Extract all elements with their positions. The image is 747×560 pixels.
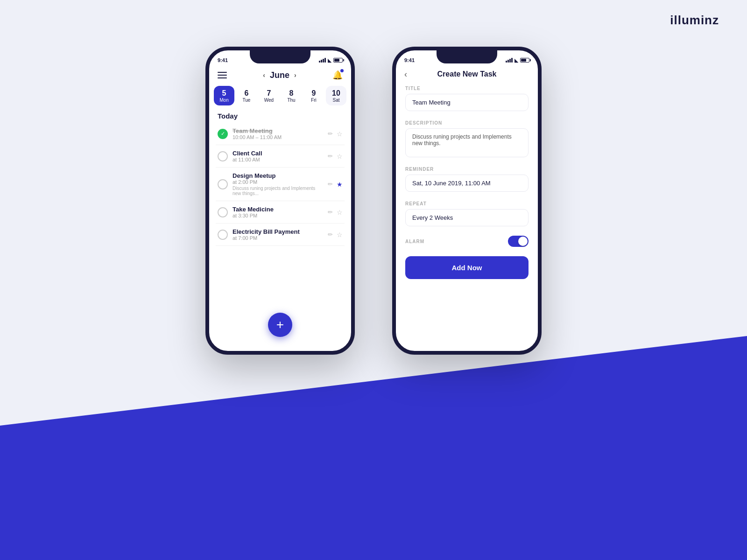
battery-icon-2 <box>520 58 529 63</box>
bell-dot <box>340 69 344 72</box>
task-title-3: Design Meetup <box>233 172 323 179</box>
brand-logo: illuminz <box>670 13 719 28</box>
task-time-3: at 2:00 PM <box>233 179 323 185</box>
edit-icon-4[interactable]: ✏ <box>328 209 333 216</box>
reminder-input[interactable]: Sat, 10 June 2019, 11:00 AM <box>405 175 529 192</box>
day-label-6: Tue <box>243 98 251 103</box>
edit-icon-3[interactable]: ✏ <box>328 181 333 188</box>
task-check-1[interactable]: ✓ <box>218 129 228 139</box>
day-num-8: 8 <box>289 89 294 98</box>
repeat-input[interactable]: Every 2 Weeks <box>405 209 529 226</box>
task-actions-4: ✏ ☆ <box>328 209 343 216</box>
task-actions-3: ✏ ★ <box>328 181 343 188</box>
alarm-row: ALARM <box>396 232 538 252</box>
signal-icon-2 <box>506 58 513 63</box>
prev-month-btn[interactable]: ‹ <box>263 71 265 79</box>
back-button[interactable]: ‹ <box>404 70 407 79</box>
task-desc-3: Discuss runing projects and Implements n… <box>233 186 323 196</box>
star-icon-3[interactable]: ★ <box>337 181 343 188</box>
day-num-9: 9 <box>312 89 316 98</box>
task-info-5: Electricity Bill Payment at 7:00 PM <box>233 228 323 241</box>
time-2: 9:41 <box>404 57 415 63</box>
edit-icon-5[interactable]: ✏ <box>328 231 333 238</box>
day-10[interactable]: 10 Sat <box>326 86 346 105</box>
next-month-btn[interactable]: › <box>294 71 296 79</box>
day-7[interactable]: 7 Wed <box>259 86 279 105</box>
task-actions-1: ✏ ☆ <box>328 130 343 138</box>
task-list: ✓ Team Meeting 10:00 AM – 11:00 AM ✏ ☆ C… <box>209 123 351 246</box>
task-info-4: Take Medicine at 3:30 PM <box>233 206 323 218</box>
desc-label: DESCRIPTION <box>405 120 529 126</box>
calendar-days: 5 Mon 6 Tue 7 Wed 8 Thu 9 Fri <box>209 84 351 107</box>
task-item-client-call[interactable]: Client Call at 11:00 AM ✏ ☆ <box>216 145 345 168</box>
signal-icon-1 <box>319 58 326 63</box>
alarm-toggle[interactable] <box>508 236 529 247</box>
star-icon-5[interactable]: ☆ <box>337 231 343 238</box>
task-check-4[interactable] <box>218 207 228 217</box>
task-title-1: Team Meeting <box>233 127 323 134</box>
task-title-5: Electricity Bill Payment <box>233 228 323 235</box>
task-item-team-meeting[interactable]: ✓ Team Meeting 10:00 AM – 11:00 AM ✏ ☆ <box>216 123 345 145</box>
month-nav: ‹ June › <box>263 70 296 80</box>
status-icons-1: ◣ <box>319 58 343 63</box>
task-info-1: Team Meeting 10:00 AM – 11:00 AM <box>233 127 323 140</box>
reminder-label: REMINDER <box>405 167 529 172</box>
task-time-4: at 3:30 PM <box>233 213 323 218</box>
task-check-3[interactable] <box>218 179 228 189</box>
edit-icon-1[interactable]: ✏ <box>328 130 333 137</box>
add-task-fab[interactable]: + <box>268 313 292 337</box>
star-icon-1[interactable]: ☆ <box>337 130 343 138</box>
menu-icon[interactable] <box>218 72 227 78</box>
title-section: TITLE Team Meeting <box>396 82 538 117</box>
task-time-1: 10:00 AM – 11:00 AM <box>233 134 323 140</box>
title-input[interactable]: Team Meeting <box>405 94 529 111</box>
phone1-header: ‹ June › 🔔 <box>209 66 351 84</box>
alarm-label: ALARM <box>405 239 424 244</box>
day-8[interactable]: 8 Thu <box>281 86 302 105</box>
background-decoration <box>0 336 747 560</box>
day-label-8: Thu <box>287 98 295 103</box>
phone-1: 9:41 ◣ ‹ <box>205 47 355 355</box>
month-label: June <box>270 70 289 80</box>
day-num-6: 6 <box>245 89 249 98</box>
edit-icon-2[interactable]: ✏ <box>328 153 333 160</box>
day-num-10: 10 <box>332 89 340 98</box>
phone2-header: ‹ Create New Task <box>396 66 538 82</box>
phone-2: 9:41 ◣ ‹ Create New Task <box>392 47 542 355</box>
repeat-label: REPEAT <box>405 201 529 206</box>
task-title-2: Client Call <box>233 150 323 157</box>
repeat-section: REPEAT Every 2 Weeks <box>396 197 538 232</box>
task-info-3: Design Meetup at 2:00 PM Discuss runing … <box>233 172 323 196</box>
star-icon-2[interactable]: ☆ <box>337 153 343 160</box>
today-label: Today <box>209 107 351 123</box>
task-info-2: Client Call at 11:00 AM <box>233 150 323 162</box>
day-label-7: Wed <box>264 98 274 103</box>
status-icons-2: ◣ <box>506 58 529 63</box>
phone2-screen: ‹ Create New Task TITLE Team Meeting DES… <box>396 66 538 351</box>
star-icon-4[interactable]: ☆ <box>337 209 343 216</box>
task-item-electricity[interactable]: Electricity Bill Payment at 7:00 PM ✏ ☆ <box>216 224 345 246</box>
desc-section: DESCRIPTION Discuss runing projects and … <box>396 117 538 163</box>
day-label-9: Fri <box>311 98 317 103</box>
task-item-design-meetup[interactable]: Design Meetup at 2:00 PM Discuss runing … <box>216 168 345 201</box>
reminder-section: REMINDER Sat, 10 June 2019, 11:00 AM <box>396 163 538 197</box>
phones-container: 9:41 ◣ ‹ <box>0 47 747 355</box>
day-6[interactable]: 6 Tue <box>236 86 257 105</box>
day-9[interactable]: 9 Fri <box>303 86 324 105</box>
time-1: 9:41 <box>218 57 228 63</box>
day-label-10: Sat <box>332 98 339 103</box>
bell-icon[interactable]: 🔔 <box>332 70 343 80</box>
task-item-medicine[interactable]: Take Medicine at 3:30 PM ✏ ☆ <box>216 201 345 224</box>
toggle-knob <box>518 237 528 246</box>
task-check-5[interactable] <box>218 230 228 240</box>
notch-1 <box>250 50 310 63</box>
task-title-4: Take Medicine <box>233 206 323 213</box>
wifi-icon-1: ◣ <box>328 58 331 63</box>
desc-textarea[interactable]: Discuss runing projects and Implements n… <box>405 128 529 157</box>
task-check-2[interactable] <box>218 151 228 161</box>
add-now-button[interactable]: Add Now <box>405 256 529 279</box>
task-actions-2: ✏ ☆ <box>328 153 343 160</box>
day-label-5: Mon <box>219 98 228 103</box>
notch-2 <box>437 50 497 63</box>
day-5[interactable]: 5 Mon <box>214 86 234 105</box>
